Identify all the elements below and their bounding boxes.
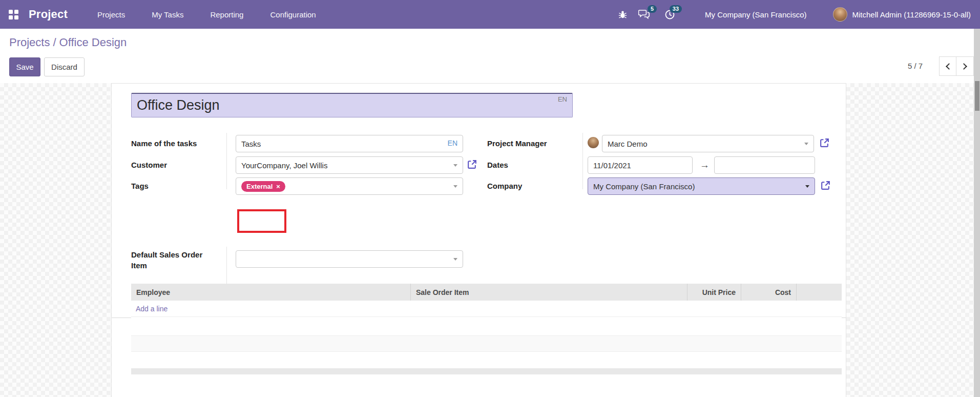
project-manager-input[interactable]: Marc Demo (602, 135, 814, 152)
table-header-row: Employee Sale Order Item Unit Price Cost (131, 284, 842, 301)
vertical-scrollbar[interactable] (974, 29, 980, 397)
chevron-right-icon (961, 63, 967, 70)
annotation-highlight-box (237, 209, 286, 233)
customer-input[interactable]: YourCompany, Joel Willis (236, 156, 463, 174)
menu-my-tasks[interactable]: My Tasks (152, 10, 183, 19)
debug-bug-icon[interactable] (618, 10, 627, 19)
column-header-cost[interactable]: Cost (741, 284, 797, 301)
discard-button[interactable]: Discard (44, 57, 85, 76)
user-name: Mitchell Admin (11286969-15-0-all) (852, 10, 971, 19)
breadcrumb: Projects/Office Design (9, 36, 127, 49)
breadcrumb-separator: / (53, 36, 56, 49)
default-sales-order-item-input[interactable] (236, 250, 463, 268)
project-manager-value: Marc Demo (608, 140, 648, 148)
menu-reporting[interactable]: Reporting (210, 10, 243, 19)
odoo-project-form-screen: Project Projects My Tasks Reporting Conf… (0, 0, 980, 397)
project-manager-external-link-icon[interactable] (819, 137, 830, 148)
customer-value: YourCompany, Joel Willis (241, 161, 327, 170)
default-sales-order-item-label: Default Sales Order Item (131, 249, 213, 271)
name-of-tasks-value: Tasks (241, 140, 261, 148)
activities-count-badge: 33 (670, 5, 682, 13)
column-header-blank (797, 284, 842, 301)
project-title-field[interactable]: Office Design EN (131, 93, 573, 117)
menu-configuration[interactable]: Configuration (270, 10, 316, 19)
dates-label: Dates (487, 161, 508, 169)
company-caret-icon[interactable] (805, 185, 809, 188)
messages-count-badge: 5 (648, 5, 657, 13)
project-manager-avatar (588, 137, 599, 148)
date-start-input[interactable]: 11/01/2021 (588, 156, 693, 174)
tag-external-pill[interactable]: External × (241, 181, 285, 192)
title-language-badge[interactable]: EN (558, 95, 567, 103)
scrollbar-thumb[interactable] (975, 81, 979, 111)
customer-caret-icon[interactable] (453, 164, 457, 167)
apps-menu-icon[interactable] (9, 10, 18, 19)
breadcrumb-projects-link[interactable]: Projects (9, 36, 50, 49)
label-column-separator-left (226, 133, 227, 189)
default-sales-order-item-caret-icon[interactable] (453, 258, 457, 261)
column-header-employee[interactable]: Employee (131, 284, 411, 301)
navbar-menu: Projects My Tasks Reporting Configuratio… (97, 10, 316, 19)
label-column-separator-right (582, 133, 583, 189)
page-margin-left (0, 83, 111, 397)
company-switcher[interactable]: My Company (San Francisco) (705, 10, 806, 19)
project-manager-caret-icon[interactable] (804, 143, 808, 145)
messages-icon[interactable]: 5 (638, 9, 650, 20)
column-header-unit-price[interactable]: Unit Price (687, 284, 741, 301)
pager-next-button[interactable] (956, 56, 974, 76)
table-empty-row (131, 317, 842, 335)
save-button[interactable]: Save (9, 57, 40, 76)
date-end-input[interactable] (714, 156, 815, 174)
breadcrumb-current: Office Design (59, 36, 127, 49)
table-empty-row (131, 352, 842, 368)
activities-clock-icon[interactable]: 33 (664, 9, 675, 20)
navbar-right-cluster: 5 33 My Company (San Francisco) Mitchell… (618, 7, 980, 22)
project-title-value[interactable]: Office Design (137, 97, 220, 113)
user-avatar (833, 7, 847, 22)
company-external-link-icon[interactable] (820, 180, 831, 191)
table-add-line-row: Add a line (131, 301, 842, 317)
user-menu[interactable]: Mitchell Admin (11286969-15-0-all) (833, 7, 971, 22)
date-range-arrow-icon: → (700, 160, 710, 171)
chevron-left-icon (946, 63, 952, 70)
tags-caret-icon[interactable] (453, 185, 457, 188)
top-navbar: Project Projects My Tasks Reporting Conf… (0, 0, 980, 29)
menu-projects[interactable]: Projects (97, 10, 125, 19)
name-of-tasks-label: Name of the tasks (131, 139, 197, 148)
company-value: My Company (San Francisco) (593, 182, 695, 191)
label-column-separator-invoicing (226, 247, 227, 286)
project-manager-label: Project Manager (487, 139, 547, 148)
company-select[interactable]: My Company (San Francisco) (588, 177, 815, 195)
date-start-value: 11/01/2021 (593, 161, 631, 170)
tags-label: Tags (131, 182, 149, 190)
table-footer-bar (131, 368, 842, 374)
app-name[interactable]: Project (29, 8, 68, 21)
customer-external-link-icon[interactable] (467, 159, 477, 170)
table-empty-row (131, 335, 842, 352)
company-label: Company (487, 182, 522, 190)
pager-value: 5 / 7 (908, 62, 923, 70)
customer-label: Customer (131, 161, 167, 169)
pager (939, 56, 974, 76)
form-sheet: Office Design EN Name of the tasks Tasks… (111, 83, 846, 397)
tasks-language-badge[interactable]: EN (448, 139, 457, 147)
add-a-line-link[interactable]: Add a line (136, 305, 168, 313)
pager-previous-button[interactable] (939, 56, 956, 76)
column-header-sale-order-item[interactable]: Sale Order Item (411, 284, 687, 301)
tags-input[interactable]: External × (236, 177, 463, 195)
tag-label: External (246, 183, 273, 190)
page-margin-right (846, 83, 974, 397)
name-of-tasks-input[interactable]: Tasks EN (236, 135, 463, 152)
tag-remove-icon[interactable]: × (276, 183, 280, 190)
invoicing-employee-table: Employee Sale Order Item Unit Price Cost… (131, 284, 842, 374)
